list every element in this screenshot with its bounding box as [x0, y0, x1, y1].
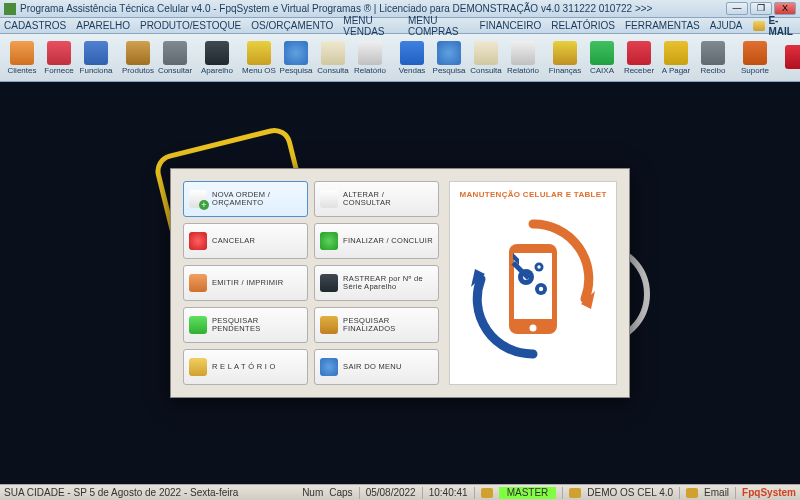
- dialog-btn-done[interactable]: PESQUISAR FINALIZADOS: [314, 307, 439, 343]
- toolbar-consulta[interactable]: Consulta: [468, 36, 504, 80]
- minimize-button[interactable]: —: [726, 2, 748, 15]
- final-icon: [320, 232, 338, 250]
- app-icon: [4, 3, 16, 15]
- pesquisa-icon: [284, 41, 308, 65]
- menu-aparelho[interactable]: APARELHO: [76, 20, 130, 31]
- menu-ajuda[interactable]: AJUDA: [710, 20, 743, 31]
- toolbar-clientes[interactable]: Clientes: [4, 36, 40, 80]
- cancel-icon: [189, 232, 207, 250]
- financas-icon: [553, 41, 577, 65]
- toolbar-relatorio[interactable]: Relatório: [352, 36, 388, 80]
- status-brand: FpqSystem: [742, 487, 796, 498]
- rel-icon: [189, 358, 207, 376]
- clientes-icon: [10, 41, 34, 65]
- titlebar: Programa Assistência Técnica Celular v4.…: [0, 0, 800, 18]
- toolbar-receber[interactable]: Receber: [621, 36, 657, 80]
- menu-menuvendas[interactable]: MENU VENDAS: [343, 15, 398, 37]
- toolbar-caixa[interactable]: CAIXA: [584, 36, 620, 80]
- status-num: Num: [302, 487, 323, 498]
- exit-icon: [320, 358, 338, 376]
- menu-dialog: NOVA ORDEM / ORÇAMENTOALTERAR / CONSULTA…: [170, 168, 630, 398]
- produtos-icon: [126, 41, 150, 65]
- menuos-icon: [247, 41, 271, 65]
- vendas-icon: [400, 41, 424, 65]
- dialog-title: MANUTENÇÃO CELULAR E TABLET: [460, 190, 607, 199]
- toolbar-pesquisa[interactable]: Pesquisa: [431, 36, 467, 80]
- toolbar-sair[interactable]: [779, 36, 800, 80]
- status-user-icon: [481, 488, 493, 498]
- menu-produtoestoque[interactable]: PRODUTO/ESTOQUE: [140, 20, 241, 31]
- close-button[interactable]: X: [774, 2, 796, 15]
- dialog-btn-new[interactable]: NOVA ORDEM / ORÇAMENTO: [183, 181, 308, 217]
- email-icon: [753, 21, 766, 31]
- pesquisa-icon: [437, 41, 461, 65]
- status-date: 05/08/2022: [366, 487, 416, 498]
- fornece-icon: [47, 41, 71, 65]
- menu-email[interactable]: E-MAIL: [753, 15, 796, 37]
- maintenance-logo-icon: [463, 209, 603, 369]
- dialog-btn-pend[interactable]: PESQUISAR PENDENTES: [183, 307, 308, 343]
- status-db: DEMO OS CEL 4.0: [587, 487, 673, 498]
- toolbar-financas[interactable]: Finanças: [547, 36, 583, 80]
- new-icon: [189, 190, 207, 208]
- titlebar-text: Programa Assistência Técnica Celular v4.…: [20, 3, 726, 14]
- status-db-icon: [569, 488, 581, 498]
- pagar-icon: [664, 41, 688, 65]
- toolbar-vendas[interactable]: Vendas: [394, 36, 430, 80]
- receber-icon: [627, 41, 651, 65]
- menubar: CADASTROSAPARELHOPRODUTO/ESTOQUEOS/ORÇAM…: [0, 18, 800, 34]
- svg-point-10: [537, 265, 540, 268]
- toolbar-pagar[interactable]: A Pagar: [658, 36, 694, 80]
- dialog-buttons: NOVA ORDEM / ORÇAMENTOALTERAR / CONSULTA…: [183, 181, 439, 385]
- svg-rect-3: [514, 253, 552, 319]
- statusbar: SUA CIDADE - SP 5 de Agosto de 2022 - Se…: [0, 484, 800, 500]
- recibo-icon: [701, 41, 725, 65]
- relatorio-icon: [358, 41, 382, 65]
- dialog-btn-final[interactable]: FINALIZAR / CONCLUIR: [314, 223, 439, 259]
- consulta-icon: [474, 41, 498, 65]
- done-icon: [320, 316, 338, 334]
- menu-cadastros[interactable]: CADASTROS: [4, 20, 66, 31]
- print-icon: [189, 274, 207, 292]
- maximize-button[interactable]: ❐: [750, 2, 772, 15]
- dialog-btn-rel[interactable]: R E L A T Ó R I O: [183, 349, 308, 385]
- suporte-icon: [743, 41, 767, 65]
- menu-ferramentas[interactable]: FERRAMENTAS: [625, 20, 700, 31]
- toolbar-fornece[interactable]: Fornece: [41, 36, 77, 80]
- dialog-btn-print[interactable]: EMITIR / IMPRIMIR: [183, 265, 308, 301]
- status-email: Email: [704, 487, 729, 498]
- track-icon: [320, 274, 338, 292]
- dialog-btn-track[interactable]: RASTREAR por Nº de Série Aparelho: [314, 265, 439, 301]
- toolbar-relatorio[interactable]: Relatório: [505, 36, 541, 80]
- consulta-icon: [321, 41, 345, 65]
- toolbar-recibo[interactable]: Recibo: [695, 36, 731, 80]
- svg-point-4: [530, 325, 537, 332]
- menu-osoramento[interactable]: OS/ORÇAMENTO: [251, 20, 333, 31]
- toolbar: ClientesForneceFuncionaProdutosConsultar…: [0, 34, 800, 82]
- toolbar-consultar[interactable]: Consultar: [157, 36, 193, 80]
- status-email-icon: [686, 488, 698, 498]
- toolbar-menuos[interactable]: Menu OS: [241, 36, 277, 80]
- funciona-icon: [84, 41, 108, 65]
- workspace: NOVA ORDEM / ORÇAMENTOALTERAR / CONSULTA…: [0, 82, 800, 484]
- toolbar-consulta[interactable]: Consulta: [315, 36, 351, 80]
- toolbar-pesquisa[interactable]: Pesquisa: [278, 36, 314, 80]
- status-time: 10:40:41: [429, 487, 468, 498]
- menu-relatrios[interactable]: RELATÓRIOS: [551, 20, 615, 31]
- toolbar-suporte[interactable]: Suporte: [737, 36, 773, 80]
- window-controls: — ❐ X: [726, 2, 796, 15]
- dialog-btn-exit[interactable]: SAIR DO MENU: [314, 349, 439, 385]
- caixa-icon: [590, 41, 614, 65]
- toolbar-aparelho[interactable]: Aparelho: [199, 36, 235, 80]
- aparelho-icon: [205, 41, 229, 65]
- toolbar-funciona[interactable]: Funciona: [78, 36, 114, 80]
- toolbar-produtos[interactable]: Produtos: [120, 36, 156, 80]
- menu-menucompras[interactable]: MENU COMPRAS: [408, 15, 470, 37]
- edit-icon: [320, 190, 338, 208]
- status-location: SUA CIDADE - SP 5 de Agosto de 2022 - Se…: [4, 487, 238, 498]
- menu-financeiro[interactable]: FINANCEIRO: [480, 20, 542, 31]
- consultar-icon: [163, 41, 187, 65]
- dialog-btn-cancel[interactable]: CANCELAR: [183, 223, 308, 259]
- status-user: MASTER: [499, 487, 557, 499]
- dialog-btn-edit[interactable]: ALTERAR / CONSULTAR: [314, 181, 439, 217]
